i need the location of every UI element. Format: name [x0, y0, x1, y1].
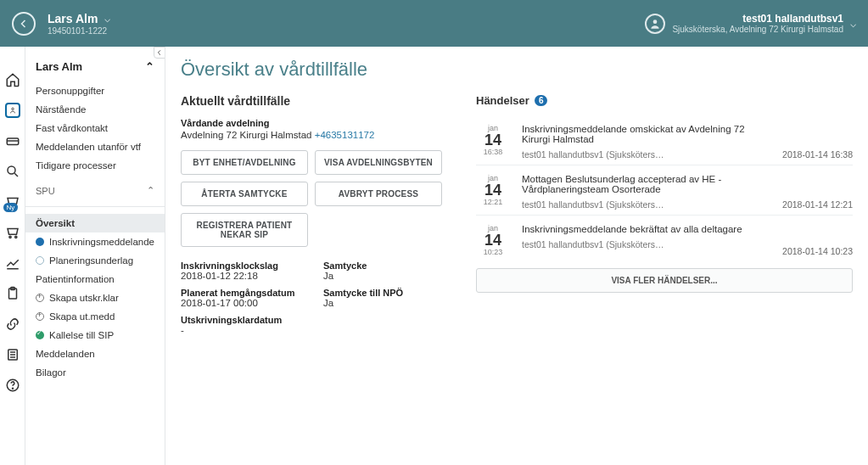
tray-icon[interactable] — [5, 133, 20, 148]
dept-phone-link[interactable]: +4635131172 — [315, 130, 375, 140]
info-label: Inskrivningsklockslag — [181, 261, 308, 271]
app-header: Lars Alm ⌵ 19450101-1222 test01 hallandu… — [0, 0, 868, 47]
sidebar-item-personuppgifter[interactable]: Personuppgifter — [36, 81, 154, 100]
sidebar-item-skapa-utskr[interactable]: Skapa utskr.klar — [36, 289, 154, 307]
sidebar-patient-toggle[interactable]: Lars Alm ⌃ — [36, 60, 154, 73]
sidebar-item-meddelanden-utanfor[interactable]: Meddelanden utanför vtf — [36, 137, 154, 156]
events-count-badge: 6 — [535, 95, 548, 106]
back-button[interactable] — [12, 12, 36, 36]
info-label: Utskrivningsklardatum — [181, 315, 308, 325]
svg-point-6 — [8, 236, 10, 238]
info-label: Samtycke till NPÖ — [323, 288, 451, 298]
event-timestamp: 2018-01-14 12:21 — [782, 199, 853, 210]
status-dot-blue-icon — [36, 238, 44, 246]
chevron-down-icon: ⌵ — [850, 18, 856, 30]
register-refuse-sip-button[interactable]: REGISTRERA PATIENT NEKAR SIP — [181, 213, 308, 247]
sidebar-item-fast-vardkontakt[interactable]: Fast vårdkontakt — [36, 119, 154, 137]
dept-label: Vårdande avdelning — [181, 118, 452, 128]
event-date: jan 14 10:23 — [476, 224, 510, 256]
event-timestamp: 2018-01-14 10:23 — [782, 246, 853, 256]
show-unit-changes-button[interactable]: VISA AVDELNINGSBYTEN — [315, 150, 442, 175]
svg-point-3 — [8, 166, 15, 174]
svg-point-0 — [653, 20, 658, 24]
cart2-icon[interactable] — [5, 225, 20, 240]
sidebar-group2: Översikt Inskrivningsmeddelande Planerin… — [25, 214, 165, 384]
sidebar-item-patientinfo[interactable]: Patientinformation — [36, 270, 154, 289]
header-user-menu[interactable]: test01 hallandutbsv1 Sjuksköterska, Avde… — [645, 13, 856, 34]
info-value: Ja — [323, 298, 451, 308]
change-unit-button[interactable]: BYT ENHET/AVDELNING — [181, 150, 308, 175]
status-dot-outline-icon — [36, 256, 44, 265]
event-title: Inskrivningsmeddelande bekräftat av alla… — [522, 224, 742, 234]
page-title: Översikt av vårdtillfälle — [181, 59, 853, 81]
section-title: Aktuellt vårdtillfälle — [181, 94, 452, 108]
chevron-up-icon: ⌃ — [145, 60, 154, 73]
header-user-name: test01 hallandutbsv1 — [742, 13, 843, 25]
sidebar-spu-label: SPU — [36, 186, 55, 196]
home-icon[interactable] — [5, 72, 20, 87]
event-timestamp: 2018-01-14 16:38 — [782, 149, 853, 160]
new-badge: Ny — [3, 203, 19, 212]
sidebar-item-meddelanden[interactable]: Meddelanden — [36, 345, 154, 363]
abort-process-button[interactable]: AVBRYT PROCESS — [315, 182, 442, 206]
event-row[interactable]: jan 14 10:23 Inskrivningsmeddelande bekr… — [476, 215, 853, 261]
sidebar-patient-name: Lars Alm — [36, 60, 82, 73]
revoke-consent-button[interactable]: ÅTERTA SAMTYCKE — [181, 182, 308, 206]
sidebar-item-bilagor[interactable]: Bilagor — [36, 363, 154, 382]
event-author: test01 hallandutbsv1 (Sjuksköters… — [522, 239, 742, 249]
clipboard-icon[interactable] — [5, 286, 20, 301]
show-more-events-button[interactable]: VISA FLER HÄNDELSER... — [476, 268, 853, 293]
events-label: Händelser — [476, 94, 529, 107]
header-patient-name: Lars Alm — [48, 12, 98, 25]
chart-icon[interactable] — [5, 255, 20, 271]
side-panel: Lars Alm ⌃ Personuppgifter Närstående Fa… — [25, 47, 165, 465]
event-author: test01 hallandutbsv1 (Sjuksköters… — [522, 199, 774, 210]
svg-point-15 — [12, 388, 13, 389]
event-title: Mottagen Beslutsunderlag accepterad av H… — [522, 174, 774, 194]
info-label: Samtycke — [323, 261, 451, 271]
sidebar-item-oversikt[interactable]: Översikt — [25, 214, 165, 232]
sidebar-item-tidigare-processer[interactable]: Tidigare processer — [36, 156, 154, 175]
sidebar-item-inskrivning[interactable]: Inskrivningsmeddelande — [36, 232, 154, 251]
chevron-up-icon: ⌃ — [147, 185, 154, 196]
info-value: - — [181, 325, 308, 335]
svg-point-7 — [14, 236, 16, 238]
info-label: Planerat hemgångsdatum — [181, 288, 308, 298]
dept-value: Avdelning 72 Kirurgi Halmstad — [181, 130, 311, 140]
info-value: 2018-01-17 00:00 — [181, 298, 308, 308]
icon-sidebar: Ny — [0, 47, 25, 465]
event-author: test01 hallandutbsv1 (Sjuksköters… — [522, 149, 774, 160]
sidebar-item-planering[interactable]: Planeringsunderlag — [36, 251, 154, 270]
check-dot-icon — [36, 331, 44, 339]
list-icon[interactable] — [5, 347, 20, 362]
sidebar-group1: Personuppgifter Närstående Fast vårdkont… — [25, 76, 165, 176]
header-patient-id: 19450101-1222 — [48, 26, 110, 36]
header-patient-selector[interactable]: Lars Alm ⌵ 19450101-1222 — [48, 12, 110, 36]
event-date: jan 14 12:21 — [476, 174, 510, 210]
info-value: Ja — [323, 271, 451, 281]
svg-point-1 — [11, 108, 14, 109]
header-user-role: Sjuksköterska, Avdelning 72 Kirurgi Halm… — [672, 25, 843, 34]
event-title: Inskrivningsmeddelande omskickat av Avde… — [522, 124, 774, 144]
chevron-down-icon: ⌵ — [104, 13, 110, 25]
event-row[interactable]: jan 14 12:21 Mottagen Beslutsunderlag ac… — [476, 165, 853, 215]
search-icon[interactable] — [5, 164, 20, 179]
sidebar-item-kallelse-sip[interactable]: Kallelse till SIP — [36, 326, 154, 345]
sidebar-spu-toggle[interactable]: SPU ⌃ — [36, 185, 154, 196]
event-date: jan 14 16:38 — [476, 124, 510, 160]
sidebar-item-skapa-utmedd[interactable]: Skapa ut.medd — [36, 307, 154, 326]
help-icon[interactable] — [5, 378, 20, 393]
info-value: 2018-01-12 22:18 — [181, 271, 308, 281]
main-content: Översikt av vårdtillfälle Aktuellt vårdt… — [165, 47, 868, 465]
collapse-panel-button[interactable] — [154, 47, 165, 59]
event-row[interactable]: jan 14 16:38 Inskrivningsmeddelande omsk… — [476, 115, 853, 165]
sidebar-item-narstaende[interactable]: Närstående — [36, 100, 154, 119]
link-icon[interactable] — [5, 317, 20, 332]
patient-icon[interactable] — [5, 103, 20, 118]
user-avatar-icon — [645, 14, 665, 34]
events-section: Händelser 6 jan 14 16:38 Inskrivningsmed… — [476, 94, 853, 335]
current-episode-section: Aktuellt vårdtillfälle Vårdande avdelnin… — [181, 94, 452, 335]
plus-dot-icon — [36, 294, 44, 302]
plus-dot-icon — [36, 312, 44, 321]
